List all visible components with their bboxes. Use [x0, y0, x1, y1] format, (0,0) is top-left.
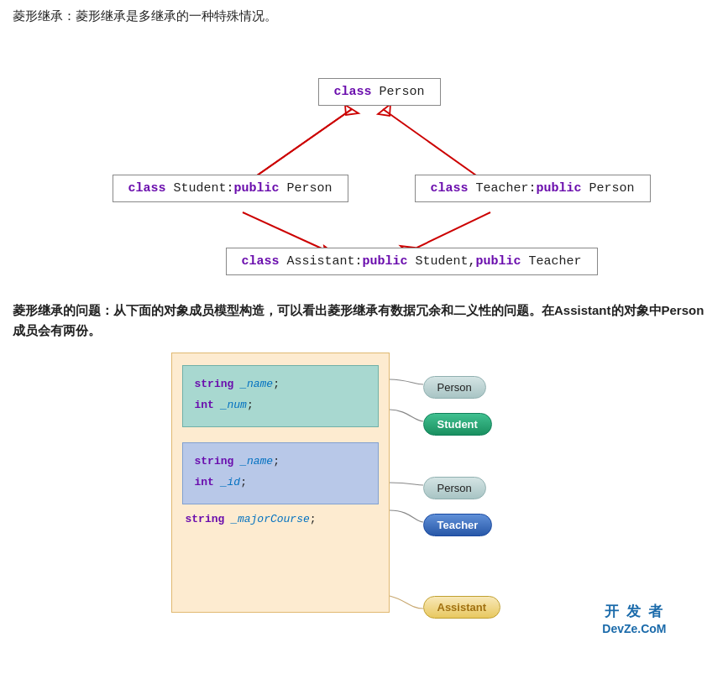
outer-peach-box: string _name; int _num; string _name; in…: [171, 353, 390, 613]
student-class-box: class Student:public Person: [113, 175, 348, 202]
person-label-1: Person: [423, 376, 486, 399]
person-class-box: class Person: [318, 78, 441, 106]
diamond-diagram: class Person class Student:public Person…: [62, 38, 667, 285]
blue-line2: int _id;: [195, 476, 366, 488]
teal-line2: int _num;: [195, 399, 366, 411]
teacher-label: Teacher: [423, 514, 493, 536]
intro-text: 菱形继承：菱形继承是多继承的一种特殊情况。: [13, 8, 715, 24]
object-model-section: string _name; int _num; string _name; in…: [62, 353, 667, 621]
teal-line1: string _name;: [195, 378, 366, 390]
class-keyword: class: [334, 85, 372, 99]
teal-inner-box: string _name; int _num;: [182, 365, 379, 427]
svg-marker-3: [345, 105, 359, 115]
watermark: 开 发 者 DevZe.CoM: [602, 602, 666, 638]
person-label-2: Person: [423, 477, 486, 499]
problem-text: 菱形继承的问题：从下面的对象成员模型构造，可以看出菱形继承有数据冗余和二义性的问…: [13, 300, 715, 341]
major-course-line: string _majorCourse;: [182, 513, 379, 525]
teacher-class-box: class Teacher:public Person: [415, 175, 651, 202]
assistant-class-box: class Assistant:public Student,public Te…: [226, 248, 598, 275]
blue-inner-box: string _name; int _id;: [182, 442, 379, 504]
watermark-line1: 开 发 者: [602, 602, 666, 622]
blue-line1: string _name;: [195, 455, 366, 468]
student-label: Student: [423, 413, 492, 436]
assistant-label: Assistant: [423, 596, 501, 619]
svg-marker-4: [378, 104, 390, 116]
watermark-line2: DevZe.CoM: [602, 621, 666, 638]
